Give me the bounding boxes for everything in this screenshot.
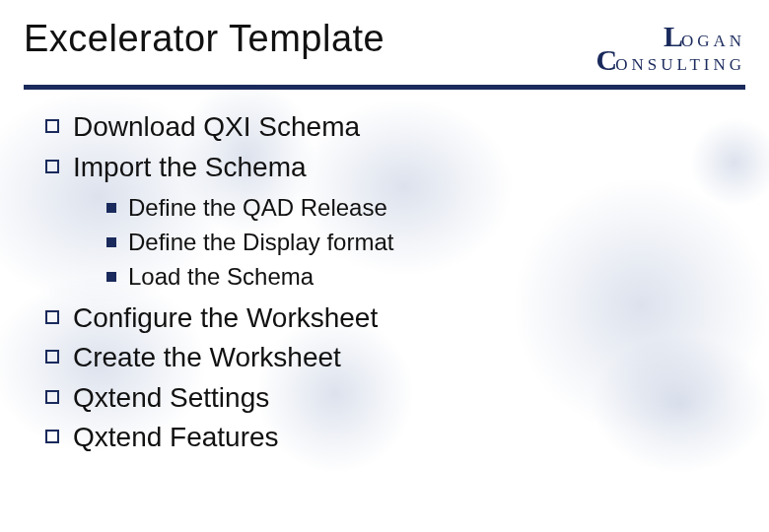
- list-item-label: Load the Schema: [128, 263, 314, 290]
- sub-list: Define the QAD Release Define the Displa…: [106, 191, 745, 294]
- page-title: Excelerator Template: [24, 18, 384, 60]
- list-item: Qxtend Features: [45, 418, 745, 458]
- header: Excelerator Template L OGAN C ONSULTING: [0, 0, 769, 75]
- filled-square-icon: [106, 237, 116, 247]
- list-item: Configure the Worksheet: [45, 299, 745, 339]
- bullet-list: Download QXI Schema Import the Schema De…: [45, 107, 745, 458]
- list-item-label: Configure the Worksheet: [73, 302, 378, 333]
- list-item-label: Qxtend Features: [73, 422, 279, 452]
- hollow-square-icon: [45, 310, 59, 324]
- list-item-label: Create the Worksheet: [73, 342, 341, 372]
- list-item-label: Import the Schema: [73, 152, 307, 182]
- filled-square-icon: [106, 272, 116, 282]
- list-item-label: Download QXI Schema: [73, 111, 360, 142]
- content: Download QXI Schema Import the Schema De…: [0, 90, 769, 458]
- list-item-label: Qxtend Settings: [73, 382, 269, 413]
- list-item: Import the Schema Define the QAD Release…: [45, 148, 745, 295]
- slide: Excelerator Template L OGAN C ONSULTING …: [0, 0, 769, 532]
- hollow-square-icon: [45, 160, 59, 173]
- hollow-square-icon: [45, 390, 59, 404]
- list-item-label: Define the QAD Release: [128, 194, 387, 221]
- hollow-square-icon: [45, 119, 59, 133]
- list-item: Define the QAD Release: [106, 191, 745, 226]
- logo-cap-c: C: [596, 45, 618, 75]
- hollow-square-icon: [45, 430, 59, 443]
- hollow-square-icon: [45, 350, 59, 364]
- list-item: Define the Display format: [106, 226, 745, 260]
- logo-cap-l: L: [664, 22, 683, 51]
- logo: L OGAN C ONSULTING: [575, 18, 745, 75]
- list-item: Download QXI Schema: [45, 107, 745, 148]
- list-item: Qxtend Settings: [45, 378, 745, 419]
- list-item: Load the Schema: [106, 260, 745, 295]
- list-item: Create the Worksheet: [45, 338, 745, 378]
- logo-text-onsulting: ONSULTING: [615, 56, 745, 73]
- logo-text-ogan: OGAN: [681, 33, 745, 49]
- filled-square-icon: [106, 203, 116, 213]
- list-item-label: Define the Display format: [128, 229, 393, 255]
